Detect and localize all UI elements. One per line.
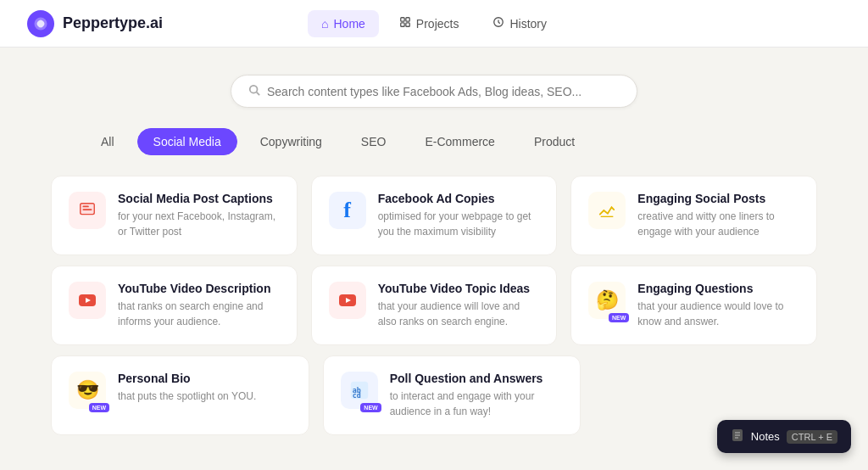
card-icon-poll-qa: ab cd NEW	[341, 372, 378, 409]
card-youtube-topics[interactable]: YouTube Video Topic Ideas that your audi…	[311, 266, 558, 345]
card-icon-social-captions	[69, 192, 106, 229]
svg-rect-8	[81, 204, 95, 215]
search-area	[0, 75, 868, 108]
card-icon-engaging-questions: 🤔 NEW	[588, 282, 626, 319]
card-title-social-captions: Social Media Post Captions	[118, 192, 280, 205]
card-icon-youtube-desc	[69, 282, 106, 319]
search-box	[231, 75, 637, 108]
notes-icon	[731, 428, 744, 445]
header: Peppertype.ai ⌂ Home Projects	[0, 0, 868, 48]
cards-row-2: YouTube Video Description that ranks on …	[51, 266, 817, 345]
card-desc-personal-bio: that puts the spotlight on YOU.	[118, 389, 292, 404]
filter-all[interactable]: All	[85, 128, 131, 155]
card-youtube-desc[interactable]: YouTube Video Description that ranks on …	[51, 266, 298, 345]
card-body-youtube-desc: YouTube Video Description that ranks on …	[118, 282, 280, 329]
card-icon-youtube-topics	[329, 282, 366, 319]
notes-shortcut: CTRL + E	[787, 430, 837, 444]
card-social-captions[interactable]: Social Media Post Captions for your next…	[51, 176, 298, 255]
card-body-poll-qa: Poll Question and Answers to interact an…	[390, 372, 564, 419]
card-facebook-ads[interactable]: f Facebook Ad Copies optimised for your …	[311, 176, 558, 255]
history-icon	[492, 16, 504, 31]
svg-point-6	[250, 86, 258, 93]
card-icon-personal-bio: 😎 NEW	[69, 372, 106, 409]
card-body-youtube-topics: YouTube Video Topic Ideas that your audi…	[378, 282, 540, 329]
search-icon	[248, 84, 260, 98]
card-desc-facebook-ads: optimised for your webpage to get you th…	[378, 209, 540, 239]
cards-row-3: 😎 NEW Personal Bio that puts the spotlig…	[51, 355, 817, 435]
svg-rect-3	[401, 23, 404, 26]
logo-text: Peppertype.ai	[63, 14, 163, 32]
card-title-poll-qa: Poll Question and Answers	[390, 372, 564, 385]
main-nav: ⌂ Home Projects History	[308, 9, 560, 37]
notes-button[interactable]: Notes CTRL + E	[717, 420, 851, 453]
card-title-engaging-questions: Engaging Questions	[637, 282, 799, 295]
search-input[interactable]	[267, 85, 620, 98]
card-desc-poll-qa: to interact and engage with your audienc…	[390, 389, 564, 419]
card-desc-youtube-topics: that your audience will love and also ra…	[378, 299, 540, 329]
card-title-youtube-topics: YouTube Video Topic Ideas	[378, 282, 540, 295]
card-body-social-captions: Social Media Post Captions for your next…	[118, 192, 280, 239]
svg-rect-4	[406, 23, 409, 26]
logo-icon	[27, 10, 54, 37]
filter-social-media[interactable]: Social Media	[137, 128, 237, 155]
filter-copywriting[interactable]: Copywriting	[244, 128, 338, 155]
card-personal-bio[interactable]: 😎 NEW Personal Bio that puts the spotlig…	[51, 355, 309, 435]
card-title-engaging-posts: Engaging Social Posts	[637, 192, 799, 205]
nav-projects[interactable]: Projects	[386, 9, 473, 37]
logo: Peppertype.ai	[27, 10, 163, 37]
card-icon-engaging-posts	[588, 192, 626, 229]
new-badge-engaging-questions: NEW	[609, 313, 629, 322]
svg-line-7	[257, 92, 260, 96]
svg-rect-2	[406, 18, 409, 21]
filter-ecommerce[interactable]: E-Commerce	[409, 128, 510, 155]
filter-seo[interactable]: SEO	[345, 128, 403, 155]
filter-tabs: All Social Media Copywriting SEO E-Comme…	[0, 128, 868, 155]
new-badge-personal-bio: NEW	[89, 403, 109, 412]
nav-history[interactable]: History	[479, 9, 560, 37]
card-icon-facebook-ads: f	[329, 192, 366, 229]
filter-product[interactable]: Product	[518, 128, 591, 155]
nav-home[interactable]: ⌂ Home	[308, 10, 379, 37]
svg-text:cd: cd	[352, 391, 360, 400]
new-badge-poll-qa: NEW	[360, 403, 381, 412]
card-desc-engaging-questions: that your audience would love to know an…	[637, 299, 799, 329]
card-body-personal-bio: Personal Bio that puts the spotlight on …	[118, 372, 292, 404]
svg-rect-1	[401, 18, 404, 21]
card-body-facebook-ads: Facebook Ad Copies optimised for your we…	[378, 192, 540, 239]
cards-area: Social Media Post Captions for your next…	[0, 176, 868, 435]
projects-icon	[399, 16, 411, 31]
card-title-facebook-ads: Facebook Ad Copies	[378, 192, 540, 205]
card-body-engaging-questions: Engaging Questions that your audience wo…	[637, 282, 799, 329]
card-title-youtube-desc: YouTube Video Description	[118, 282, 280, 295]
svg-rect-11	[83, 209, 92, 210]
card-engaging-posts[interactable]: Engaging Social Posts creative and witty…	[570, 176, 817, 255]
card-desc-youtube-desc: that ranks on search engine and informs …	[118, 299, 280, 329]
card-desc-engaging-posts: creative and witty one liners to engage …	[637, 209, 799, 239]
card-body-engaging-posts: Engaging Social Posts creative and witty…	[637, 192, 799, 239]
card-title-personal-bio: Personal Bio	[118, 372, 292, 385]
card-desc-social-captions: for your next Facebook, Instagram, or Tw…	[118, 209, 280, 239]
notes-label: Notes	[751, 430, 780, 443]
cards-row-1: Social Media Post Captions for your next…	[51, 176, 817, 255]
card-engaging-questions[interactable]: 🤔 NEW Engaging Questions that your audie…	[570, 266, 817, 345]
card-poll-qa[interactable]: ab cd NEW Poll Question and Answers to i…	[323, 355, 581, 435]
home-icon: ⌂	[321, 17, 328, 31]
svg-rect-10	[83, 206, 89, 208]
